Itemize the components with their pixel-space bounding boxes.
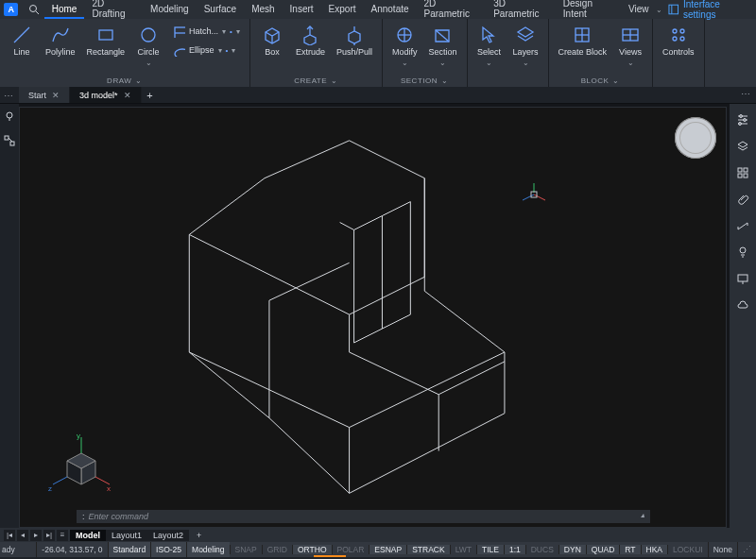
ribbon-group-misc: Controls <box>653 19 705 87</box>
interface-settings-link[interactable]: Interface settings <box>668 0 752 20</box>
ribbon-hatch-button[interactable]: Hatch... ▾ • ▾ <box>168 23 244 40</box>
menu-surface[interactable]: Surface <box>197 1 244 19</box>
ribbon-group-label: BLOCK ⌄ <box>555 75 647 87</box>
app-logo[interactable]: A <box>4 3 18 16</box>
svg-line-58 <box>53 477 67 484</box>
layout-tab-model[interactable]: Model <box>70 530 106 541</box>
attach-icon[interactable] <box>736 193 749 206</box>
status-iso[interactable]: ISO-25 <box>150 542 186 557</box>
doctab-3d-model-[interactable]: 3d model*✕ <box>70 87 142 103</box>
status-toggle-lockui[interactable]: LOCKUI <box>667 545 708 554</box>
menu-annotate[interactable]: Annotate <box>364 1 417 19</box>
menu-view[interactable]: View <box>621 1 657 19</box>
layout-add-button[interactable]: + <box>191 530 207 541</box>
bulb-icon[interactable] <box>736 246 749 259</box>
ribbon-layers-button[interactable]: Layers⌄ <box>509 23 542 69</box>
menu-mesh[interactable]: Mesh <box>244 1 282 19</box>
ribbon-views-button[interactable]: Views⌄ <box>614 23 646 69</box>
status-mode[interactable]: Modeling <box>186 542 230 557</box>
present-icon[interactable] <box>736 272 749 285</box>
status-toggle-rt[interactable]: RT <box>619 545 640 554</box>
status-toggle-dyn[interactable]: DYN <box>558 545 586 554</box>
sliders-icon[interactable] <box>736 113 749 127</box>
menu-export[interactable]: Export <box>321 1 364 19</box>
ribbon-controls-button[interactable]: Controls <box>659 23 698 59</box>
status-grip-icon[interactable]: ⋰ <box>737 542 756 557</box>
ribbon-section-button[interactable]: Section⌄ <box>424 23 460 69</box>
ribbon-box-button[interactable]: Box <box>256 23 288 59</box>
cloud-icon[interactable] <box>736 298 749 312</box>
layers-panel-icon[interactable] <box>736 140 749 153</box>
ribbon-line-button[interactable]: Line <box>6 23 38 59</box>
layers-icon <box>515 25 536 45</box>
layout-list-icon[interactable]: ≡ <box>57 530 68 541</box>
command-line[interactable]: : Enter command ▴ <box>77 510 650 523</box>
layout-last-icon[interactable]: ▸| <box>43 530 55 541</box>
svg-point-10 <box>175 49 185 57</box>
status-standard[interactable]: Standard <box>108 542 151 557</box>
status-toggle-polar[interactable]: POLAR <box>332 545 369 554</box>
menu-overflow-icon[interactable]: ⌄ <box>656 6 662 14</box>
ribbon-extrude-button[interactable]: Extrude <box>292 23 329 59</box>
createblock-icon <box>572 25 593 45</box>
left-rail <box>0 104 19 528</box>
command-expand-icon[interactable]: ▴ <box>641 511 644 519</box>
ribbon-create-block-button[interactable]: Create Block <box>555 23 611 59</box>
layout-tab-layout2[interactable]: Layout2 <box>147 530 189 541</box>
ribbon-polyline-button[interactable]: Polyline <box>42 23 79 59</box>
layout-tab-layout1[interactable]: Layout1 <box>106 530 147 541</box>
status-none[interactable]: None <box>708 542 737 557</box>
ribbon: LinePolylineRectangleCircle⌄Hatch... ▾ •… <box>0 19 756 87</box>
svg-point-27 <box>673 37 677 41</box>
menu-home[interactable]: Home <box>44 1 85 19</box>
status-ready: ady <box>0 545 23 554</box>
menu-modeling[interactable]: Modeling <box>143 1 197 19</box>
search-icon[interactable] <box>27 3 41 16</box>
layout-first-icon[interactable]: |◂ <box>4 530 15 541</box>
svg-rect-69 <box>738 174 742 178</box>
pushpull-icon <box>344 25 365 45</box>
status-toggle-ortho[interactable]: ORTHO <box>292 545 332 554</box>
hint-icon[interactable] <box>3 110 16 123</box>
ribbon-modify-button[interactable]: Modify⌄ <box>388 23 421 69</box>
doctab-start[interactable]: Start✕ <box>19 87 70 103</box>
modify-icon <box>394 25 415 45</box>
ribbon-group-label: SECTION ⌄ <box>388 75 461 87</box>
status-toggle-11[interactable]: 1:1 <box>504 545 525 554</box>
ribbon-push-pull-button[interactable]: Push/Pull <box>333 23 376 59</box>
ribbon-ellipse-button[interactable]: Ellipse ▾ • ▾ <box>168 42 244 59</box>
status-coords[interactable]: -26.04, 313.57, 0 <box>36 542 107 557</box>
structure-icon[interactable] <box>3 134 16 147</box>
menu-insert[interactable]: Insert <box>283 1 321 19</box>
doctabs-menu-icon[interactable]: ⋯ <box>2 89 15 102</box>
ribbon-rectangle-button[interactable]: Rectangle <box>83 23 129 59</box>
view-cube[interactable] <box>675 117 716 159</box>
dimension-icon[interactable] <box>736 219 749 232</box>
status-toggle-esnap[interactable]: ESNAP <box>369 545 406 554</box>
drawing-canvas[interactable]: y x z : Enter command ▴ <box>19 107 727 528</box>
new-tab-button[interactable]: + <box>142 87 159 103</box>
grid-icon[interactable] <box>736 166 749 179</box>
layout-next-icon[interactable]: ▸ <box>30 530 42 541</box>
status-toggle-quad[interactable]: QUAD <box>586 545 620 554</box>
status-toggle-grid[interactable]: GRID <box>262 545 292 554</box>
svg-point-29 <box>7 112 12 118</box>
line-icon <box>11 25 32 45</box>
status-toggle-snap[interactable]: SNAP <box>230 545 262 554</box>
status-toggle-strack[interactable]: STRACK <box>406 545 449 554</box>
status-toggle-ducs[interactable]: DUCS <box>525 545 558 554</box>
svg-line-44 <box>354 329 383 343</box>
doctabs-overflow-icon[interactable]: ⋯ <box>735 87 756 103</box>
close-icon[interactable]: ✕ <box>52 91 60 100</box>
close-icon[interactable]: ✕ <box>124 91 131 100</box>
status-toggle-tile[interactable]: TILE <box>476 545 504 554</box>
ribbon-circle-button[interactable]: Circle⌄ <box>132 23 164 69</box>
rect-icon <box>95 25 116 45</box>
svg-text:z: z <box>48 484 52 493</box>
svg-line-56 <box>95 477 110 484</box>
layout-prev-icon[interactable]: ◂ <box>17 530 28 541</box>
status-toggle-lwt[interactable]: LWT <box>450 545 476 554</box>
ucs-triad[interactable]: y x z <box>48 432 114 499</box>
ribbon-select-button[interactable]: Select⌄ <box>473 23 506 69</box>
status-toggle-hka[interactable]: HKA <box>641 545 667 554</box>
